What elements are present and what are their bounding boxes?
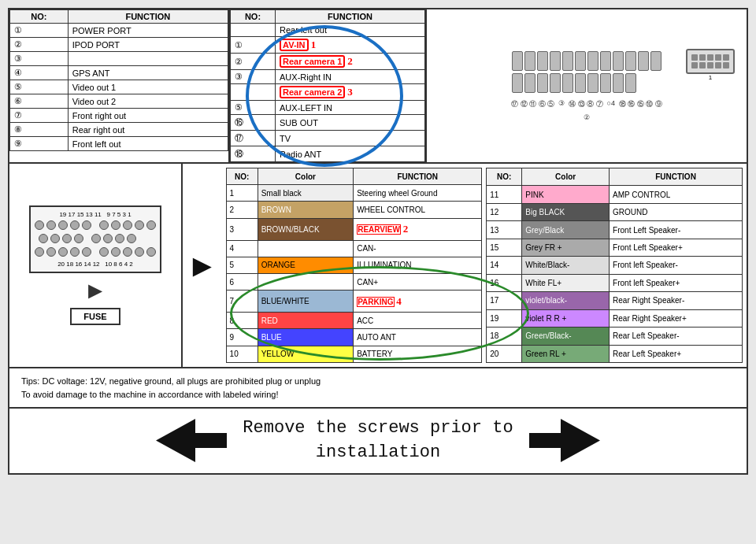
connector-diagram: 19 17 15 13 11 9 7 5 3 1: [9, 164, 183, 367]
row-color: Green/Black-: [522, 328, 610, 345]
row-fn: PARKING 4: [354, 291, 482, 313]
row-color: BLUE: [258, 329, 354, 346]
row-fn: [68, 52, 228, 66]
table-row: ② Rear camera 1 2: [231, 54, 425, 70]
row-color: Green RL +: [522, 345, 610, 362]
row-fn: WHEEL CONTROL: [354, 202, 482, 218]
col-color: Color: [522, 168, 610, 186]
table-row: 3 BROWN/BLACK REARVIEW 2: [226, 218, 482, 240]
row-fn: BATTERY: [354, 346, 482, 362]
row-no: 6: [226, 274, 258, 291]
table-row: 20 Green RL + Rear Left Speaker+: [487, 345, 743, 362]
connector-body: 19 17 15 13 11 9 7 5 3 1: [29, 205, 161, 273]
row-fn: AV-IN 1: [276, 37, 425, 54]
table-row: ⑧ Rear right out: [10, 123, 228, 137]
top-section: NO: FUNCTION ① POWER PORT ② IPOD PORT ③ …: [9, 9, 747, 164]
row-no: 1: [226, 185, 258, 202]
table-row: ⑤ Video out 1: [10, 80, 228, 94]
row-fn: Front left Speaker-: [610, 257, 743, 274]
row-color: [258, 274, 354, 291]
row-no: 19: [487, 309, 522, 327]
row-no: 16: [487, 274, 522, 291]
row-color: [258, 240, 354, 257]
row-fn: AMP CONTROL: [610, 186, 743, 203]
row-no: 14: [487, 257, 522, 274]
row-no: ④: [10, 66, 69, 80]
fuse-box-label: FUSE: [70, 308, 120, 325]
row-color: BROWN/BLACK: [258, 218, 354, 240]
table-row: ④ GPS ANT: [10, 66, 228, 80]
right-arrow-container: [529, 419, 600, 462]
left-arrow-icon: [156, 419, 227, 462]
parking-annotation: 4: [396, 295, 402, 307]
row-no: ⑦: [10, 109, 69, 123]
col-header-fn: FUNCTION: [276, 10, 425, 24]
bottom-text: Remove the screws prior to installation: [243, 416, 513, 465]
row-fn: Radio ANT: [276, 146, 425, 162]
tips-line1: Tips: DC voltage: 12V, negative ground, …: [21, 375, 735, 388]
table-row: ② IPOD PORT: [10, 38, 228, 52]
right-plug-connector: 1: [686, 49, 735, 81]
row-fn: Front left Speaker+: [610, 274, 743, 291]
row-fn: Rear right out: [68, 123, 228, 137]
right-arrow-icon: [529, 419, 600, 462]
tips-line2: To avoid damage to the machine in accord…: [21, 388, 735, 402]
table-row: 10 YELLOW BATTERY: [226, 346, 482, 362]
rear-cam2-label: Rear camera 2: [280, 86, 345, 98]
col-no: NO:: [487, 168, 522, 186]
table-row: ⑰ TV: [231, 131, 425, 146]
pin-numbers: ⑰ ⑫ ⑪ ⑥ ⑤ ③ ⑭ ⑬ ⑧ ⑦ ○4 ⑱ ⑯ ⑮ ⑩ ⑨ ②: [508, 99, 665, 121]
row-fn: Rear Right Speaker-: [610, 292, 743, 309]
table-row: ① POWER PORT: [10, 24, 228, 38]
bottom-section: 19 17 15 13 11 9 7 5 3 1: [9, 164, 747, 368]
left-arrow-container: [156, 419, 227, 462]
table-row: ③ AUX-Right IN: [231, 70, 425, 84]
table-row: 1 Small black Steering wheel Ground: [226, 185, 482, 202]
col-header-no: NO:: [10, 10, 69, 24]
table-row: 16 White FL+ Front left Speaker+: [487, 274, 743, 291]
row-no: 13: [487, 221, 522, 239]
right-connector-area: ⑰ ⑫ ⑪ ⑥ ⑤ ③ ⑭ ⑬ ⑧ ⑦ ○4 ⑱ ⑯ ⑮ ⑩ ⑨ ②: [427, 9, 747, 162]
row-fn: Video out 1: [68, 80, 228, 94]
middle-function-table: NO: FUNCTION Rear left out ① AV-IN 1 ②: [230, 9, 427, 162]
table-row: 18 Green/Black- Rear Left Speaker-: [487, 328, 743, 345]
table-row: ⑯ SUB OUT: [231, 115, 425, 131]
svg-marker-1: [529, 419, 600, 462]
row-no: ⑧: [10, 123, 69, 137]
row-fn: CAN-: [354, 240, 482, 257]
row-color: violet R R +: [522, 309, 610, 327]
col-header-fn: FUNCTION: [68, 10, 228, 24]
rear-cam2-annotation: 3: [347, 86, 353, 98]
row-fn: Rear Left Speaker+: [610, 345, 743, 362]
row-color: Small black: [258, 185, 354, 202]
row-no: [231, 24, 276, 37]
row-fn: Video out 2: [68, 94, 228, 109]
row-fn: GROUND: [610, 203, 743, 220]
table-row: ⑥ Video out 2: [10, 94, 228, 109]
row-no: ②: [10, 38, 69, 52]
row-no: ⑤: [231, 101, 276, 115]
row-fn: AUX-LEFT IN: [276, 101, 425, 115]
row-no: 11: [487, 186, 522, 203]
table-row: 8 RED ACC: [226, 313, 482, 329]
row-no: ③: [10, 52, 69, 66]
row-fn: Rear left out: [276, 24, 425, 37]
row-fn: SUB OUT: [276, 115, 425, 131]
row-fn: CAN+: [354, 274, 482, 291]
row-fn: GPS ANT: [68, 66, 228, 80]
row-fn: Front Left Speaker-: [610, 221, 743, 239]
row-no: ①: [231, 37, 276, 54]
row-no: [231, 84, 276, 101]
row-fn: REARVIEW 2: [354, 218, 482, 240]
row-fn: AUX-Right IN: [276, 70, 425, 84]
row-color: Grey FR +: [522, 239, 610, 256]
col-no: NO:: [226, 168, 258, 185]
row-no: 20: [487, 345, 522, 362]
col-header-no: NO:: [231, 10, 276, 24]
bottom-text-line1: Remove the screws prior to: [243, 416, 513, 441]
table-row: ① AV-IN 1: [231, 37, 425, 54]
table-row: 5 ORANGE ILLUMINATION: [226, 257, 482, 273]
av-in-annotation: 1: [311, 39, 317, 50]
wiring-tables: NO: Color FUNCTION 1 Small black Steerin…: [222, 164, 747, 367]
col-fn: FUNCTION: [354, 168, 482, 185]
